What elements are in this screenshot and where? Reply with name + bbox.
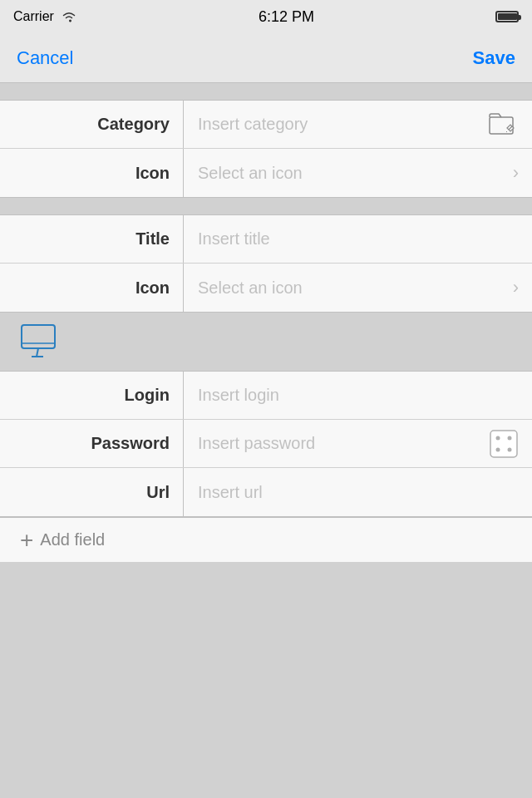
dice-icon [489, 429, 519, 459]
login-field[interactable]: Insert login [183, 386, 532, 405]
status-left: Carrier [13, 9, 77, 24]
section1-icon-field[interactable]: Select an icon › [183, 162, 532, 184]
section2-icon-placeholder: Select an icon [198, 278, 303, 298]
section2-icon-label: Icon [0, 278, 183, 298]
svg-point-10 [508, 447, 512, 451]
section1-icon-chevron: › [513, 162, 519, 184]
battery-icon [495, 11, 519, 22]
row-divider [183, 149, 184, 197]
login-row[interactable]: Login Insert login [0, 372, 532, 420]
row-divider [183, 215, 184, 263]
url-label: Url [0, 483, 183, 502]
category-row[interactable]: Category Insert category [0, 101, 532, 149]
add-field-label: Add field [40, 530, 105, 549]
add-field-plus-icon: + [20, 527, 33, 554]
row-divider [183, 372, 184, 419]
cancel-button[interactable]: Cancel [17, 47, 73, 69]
title-section: Title Insert title Icon Select an icon › [0, 214, 532, 313]
svg-line-2 [37, 348, 38, 357]
svg-rect-6 [490, 431, 517, 457]
nav-bar: Cancel Save [0, 33, 532, 83]
section1-icon-placeholder: Select an icon [198, 164, 303, 183]
carrier-label: Carrier [13, 9, 54, 24]
svg-point-9 [496, 447, 500, 451]
title-label: Title [0, 229, 183, 249]
title-row[interactable]: Title Insert title [0, 215, 532, 264]
password-label: Password [0, 434, 183, 453]
row-divider [183, 101, 184, 148]
password-field[interactable]: Insert password [183, 429, 532, 459]
title-field[interactable]: Insert title [183, 229, 532, 249]
monitor-icon [20, 323, 63, 360]
password-row[interactable]: Password Insert password [0, 420, 532, 468]
row-divider [183, 264, 184, 312]
category-field[interactable]: Insert category [183, 111, 532, 138]
status-right [495, 11, 519, 22]
svg-rect-1 [22, 325, 55, 348]
section-gap-1 [0, 83, 532, 100]
password-placeholder: Insert password [198, 434, 315, 453]
monitor-section [0, 313, 532, 371]
section2-icon-row[interactable]: Icon Select an icon › [0, 264, 532, 312]
status-time: 6:12 PM [259, 8, 314, 26]
url-placeholder: Insert url [198, 483, 263, 502]
section1-icon-row[interactable]: Icon Select an icon › [0, 149, 532, 197]
row-divider [183, 420, 184, 467]
category-label: Category [0, 115, 183, 134]
svg-point-7 [496, 436, 500, 440]
category-placeholder: Insert category [198, 115, 308, 134]
title-placeholder: Insert title [198, 229, 270, 249]
section-gap-2 [0, 198, 532, 214]
svg-point-8 [508, 436, 512, 440]
row-divider [183, 468, 184, 516]
credentials-section: Login Insert login Password Insert passw… [0, 371, 532, 517]
add-field-row[interactable]: + Add field [0, 517, 532, 562]
login-label: Login [0, 386, 183, 405]
save-button[interactable]: Save [473, 47, 515, 69]
wifi-icon [61, 10, 77, 23]
folder-edit-icon [489, 111, 519, 138]
section2-icon-field[interactable]: Select an icon › [183, 277, 532, 298]
status-bar: Carrier 6:12 PM [0, 0, 532, 33]
login-placeholder: Insert login [198, 386, 279, 405]
section1-icon-label: Icon [0, 164, 183, 183]
url-row[interactable]: Url Insert url [0, 468, 532, 516]
url-field[interactable]: Insert url [183, 483, 532, 502]
category-section: Category Insert category Icon Select an … [0, 100, 532, 198]
section2-icon-chevron: › [513, 277, 519, 298]
